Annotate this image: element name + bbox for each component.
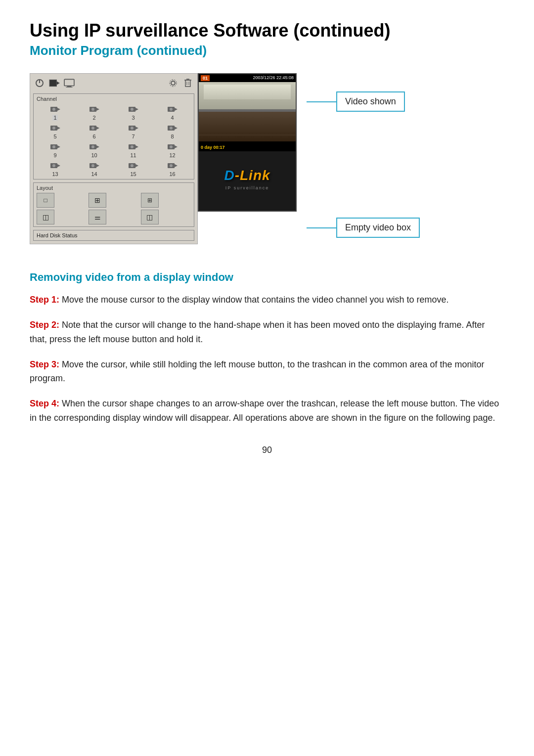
- channel-4-icon: [166, 104, 179, 115]
- svg-rect-4: [64, 79, 74, 86]
- layout-2x2-button[interactable]: ⊞: [89, 193, 106, 208]
- step-2-paragraph: Step 2: Note that the cursor will change…: [30, 318, 504, 347]
- svg-marker-42: [96, 145, 99, 148]
- video-shown-label: Video shown: [336, 91, 405, 112]
- layout-mixed1-button[interactable]: ⚌: [89, 210, 106, 224]
- channel-9[interactable]: 9: [37, 141, 74, 158]
- channel-13[interactable]: 13: [37, 160, 74, 177]
- channel-11-num: 11: [130, 152, 136, 158]
- channel-10-num: 10: [91, 152, 97, 158]
- channel-1-num: 1: [52, 115, 57, 121]
- layout-3x3-button[interactable]: ⊞: [141, 193, 159, 208]
- channel-12[interactable]: 12: [154, 141, 191, 158]
- channel-14[interactable]: 14: [76, 160, 113, 177]
- channel-2[interactable]: 2: [76, 104, 113, 121]
- svg-point-43: [91, 145, 94, 148]
- svg-marker-18: [96, 108, 99, 111]
- channel-2-icon: [88, 104, 101, 115]
- channel-4[interactable]: 4: [154, 104, 191, 121]
- monitor-icon[interactable]: [64, 78, 75, 89]
- channel-13-num: 13: [52, 171, 58, 177]
- svg-point-58: [131, 164, 134, 167]
- channel-3-icon: [127, 104, 140, 115]
- channel-9-icon: [49, 141, 62, 152]
- timestamp: 2003/12/26 22:45:08: [253, 75, 294, 81]
- channel-16-num: 16: [169, 171, 175, 177]
- channel-3-num: 3: [132, 115, 134, 121]
- channel-4-num: 4: [171, 115, 174, 121]
- video-shown-annotation: Video shown: [307, 91, 420, 112]
- channel-16[interactable]: 16: [154, 160, 191, 177]
- layout-4x4-button[interactable]: ◫: [37, 210, 54, 224]
- channel-5[interactable]: 5: [37, 123, 74, 139]
- page-title: Using IP surveillance Software (continue…: [30, 20, 504, 41]
- page-number: 90: [30, 445, 504, 455]
- channel-12-icon: [166, 141, 179, 152]
- svg-marker-48: [175, 145, 178, 148]
- svg-point-16: [52, 108, 55, 111]
- step-3-paragraph: Step 3: Move the cursor, while still hol…: [30, 357, 504, 386]
- svg-rect-5: [67, 86, 72, 87]
- svg-point-31: [91, 127, 94, 130]
- hd-status-section: Hard Disk Status: [33, 230, 194, 241]
- channel-6-num: 6: [92, 133, 95, 139]
- step-3-text: Move the cursor, while still holding the…: [30, 359, 485, 384]
- channel-7-num: 7: [132, 133, 134, 139]
- record-icon[interactable]: [49, 78, 60, 89]
- svg-marker-36: [175, 127, 178, 130]
- channel-11-icon: [127, 141, 140, 152]
- svg-marker-51: [57, 164, 60, 167]
- svg-marker-27: [57, 127, 60, 130]
- toolbar: [33, 77, 194, 89]
- svg-point-25: [170, 108, 173, 111]
- layout-label: Layout: [37, 185, 191, 191]
- hd-status-label: Hard Disk Status: [37, 232, 78, 238]
- svg-point-46: [131, 145, 134, 148]
- channel-11[interactable]: 11: [115, 141, 152, 158]
- svg-marker-57: [135, 164, 138, 167]
- svg-marker-39: [57, 145, 60, 148]
- power-icon[interactable]: [34, 78, 45, 89]
- svg-marker-30: [96, 127, 99, 130]
- channel-15-num: 15: [130, 171, 136, 177]
- channel-10[interactable]: 10: [76, 141, 113, 158]
- channel-7[interactable]: 7: [115, 123, 152, 139]
- video-feed-top: 01 2003/12/26 22:45:08 0 day 00:17: [198, 73, 297, 147]
- svg-marker-21: [135, 108, 138, 111]
- channel-15-icon: [127, 160, 140, 171]
- layout-1x1-button[interactable]: □: [37, 193, 54, 208]
- trash-icon[interactable]: [182, 78, 193, 89]
- svg-marker-54: [96, 164, 99, 167]
- step-2-text: Note that the cursor will change to the …: [30, 320, 485, 344]
- section-heading: Removing video from a display window: [30, 271, 504, 284]
- svg-point-52: [52, 164, 55, 167]
- svg-point-28: [52, 127, 55, 130]
- page-subtitle: Monitor Program (continued): [30, 43, 504, 58]
- channel-6[interactable]: 6: [76, 123, 113, 139]
- step-2-label: Step 2:: [30, 320, 59, 330]
- svg-point-34: [131, 127, 134, 130]
- channel-12-num: 12: [169, 152, 175, 158]
- channel-15[interactable]: 15: [115, 160, 152, 177]
- settings-icon[interactable]: [168, 78, 178, 89]
- svg-rect-2: [49, 80, 56, 87]
- channel-5-icon: [49, 123, 62, 133]
- channel-3[interactable]: 3: [115, 104, 152, 121]
- channel-2-num: 2: [92, 115, 95, 121]
- step-1-paragraph: Step 1: Move the mouse cursor to the dis…: [30, 293, 504, 307]
- channel-8[interactable]: 8: [154, 123, 191, 139]
- channel-8-icon: [166, 123, 179, 133]
- svg-marker-3: [56, 82, 59, 85]
- layout-mixed2-button[interactable]: ◫: [141, 210, 159, 224]
- channel-9-num: 9: [53, 152, 56, 158]
- channel-5-num: 5: [53, 133, 56, 139]
- dlink-logo: D-Link: [224, 168, 270, 183]
- svg-rect-6: [66, 87, 72, 88]
- channel-1[interactable]: 1: [37, 104, 74, 121]
- svg-point-55: [91, 164, 94, 167]
- svg-point-19: [91, 108, 94, 111]
- step-4-text: When the cursor shape changes to an arro…: [30, 399, 499, 423]
- step-4-paragraph: Step 4: When the cursor shape changes to…: [30, 397, 504, 425]
- svg-point-40: [52, 145, 55, 148]
- svg-point-61: [170, 164, 173, 167]
